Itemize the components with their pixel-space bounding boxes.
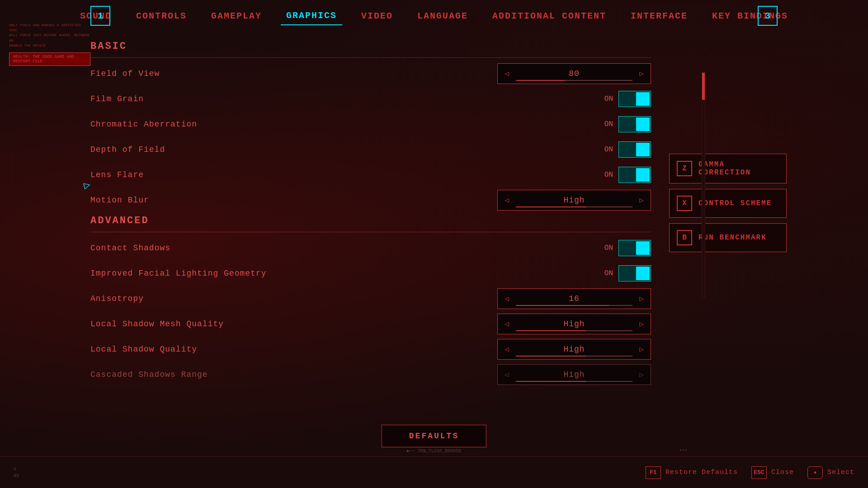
shadow-quality-label: Local Shadow Quality	[90, 345, 497, 354]
shadow-mesh-selector[interactable]: ◁ High ▷	[497, 314, 651, 334]
run-benchmark-button[interactable]: B RUN BENCHMARK	[669, 223, 787, 252]
anisotropy-arrow-right[interactable]: ▷	[632, 289, 651, 309]
shadow-mesh-fill	[516, 330, 586, 331]
cascaded-shadows-value: High	[516, 370, 632, 379]
cascaded-shadows-fill	[516, 381, 586, 382]
shadow-quality-arrow-left[interactable]: ◁	[498, 339, 516, 359]
control-scheme-label: CONTROL SCHEME	[698, 199, 772, 207]
film-grain-toggle[interactable]	[618, 91, 651, 107]
close-key: ESC	[751, 466, 767, 479]
chromatic-toggle[interactable]	[618, 116, 651, 132]
close-action[interactable]: ESC Close	[751, 466, 794, 479]
bottom-actions: F1 Restore Defaults ESC Close ● Select	[646, 466, 854, 479]
anisotropy-track	[516, 305, 632, 306]
cascaded-shadows-selector[interactable]: ◁ High ▷	[497, 364, 651, 385]
shadow-mesh-label: Local Shadow Mesh Quality	[90, 319, 497, 328]
shadow-quality-track	[516, 356, 632, 357]
fov-value: 80	[516, 69, 632, 78]
anisotropy-fill	[516, 305, 609, 306]
shadow-mesh-arrow-right[interactable]: ▷	[632, 314, 651, 334]
film-grain-toggle-container: ON	[599, 91, 651, 107]
restore-defaults-key: F1	[646, 466, 661, 479]
control-scheme-button[interactable]: X CONTROL SCHEME	[669, 189, 787, 218]
setting-row-motion-blur: Motion Blur ◁ High ▷	[90, 190, 651, 211]
nav-item-additional-content[interactable]: ADDITIONAL CONTENT	[487, 7, 612, 25]
setting-row-film-grain: Film Grain ON	[90, 89, 651, 109]
lens-flare-status: ON	[599, 171, 613, 179]
right-actions: Z GAMMA CORRECTION X CONTROL SCHEME B RU…	[669, 149, 787, 394]
setting-row-facial-lighting: Improved Facial Lighting Geometry ON	[90, 263, 651, 284]
lens-flare-toggle-container: ON	[599, 167, 651, 183]
cascaded-shadows-arrow-right[interactable]: ▷	[632, 365, 651, 385]
contact-shadows-toggle[interactable]	[618, 240, 651, 256]
setting-row-shadow-quality: Local Shadow Quality ◁ High ▷	[90, 339, 651, 360]
scroll-indicator[interactable]	[702, 72, 705, 298]
motion-blur-arrow-left[interactable]: ◁	[498, 190, 516, 210]
cascaded-shadows-arrow-left[interactable]: ◁	[498, 365, 516, 385]
shadow-quality-selector[interactable]: ◁ High ▷	[497, 339, 651, 360]
bottom-center-deco: ▶── TRN_TLCA5_B0805B	[407, 448, 461, 454]
restore-defaults-label: Restore Defaults	[665, 469, 738, 476]
setting-row-anisotropy: Anisotropy ◁ 16 ▷	[90, 288, 651, 309]
facial-lighting-label: Improved Facial Lighting Geometry	[90, 269, 599, 278]
film-grain-label: Film Grain	[90, 94, 599, 103]
control-scheme-key: X	[677, 196, 692, 211]
chromatic-label: Chromatic Aberration	[90, 120, 599, 129]
setting-row-contact-shadows: Contact Shadows ON	[90, 238, 651, 258]
shadow-quality-value: High	[516, 345, 632, 354]
cascaded-shadows-label: Cascaded Shadows Range	[90, 370, 497, 379]
select-action[interactable]: ● Select	[807, 466, 854, 479]
nav-item-graphics[interactable]: GRAPHICS	[281, 7, 342, 25]
motion-blur-value: High	[516, 196, 632, 205]
anisotropy-selector[interactable]: ◁ 16 ▷	[497, 288, 651, 309]
dof-toggle-container: ON	[599, 141, 651, 158]
shadow-mesh-value: High	[516, 319, 632, 328]
version-info: V 85	[14, 466, 19, 479]
select-key: ●	[807, 466, 823, 479]
defaults-button[interactable]: DEFAULTS	[382, 425, 486, 447]
motion-blur-arrow-right[interactable]: ▷	[632, 190, 651, 210]
anisotropy-arrow-left[interactable]: ◁	[498, 289, 516, 309]
shadow-mesh-arrow-left[interactable]: ◁	[498, 314, 516, 334]
lens-flare-toggle[interactable]	[618, 167, 651, 183]
facial-lighting-toggle-container: ON	[599, 265, 651, 282]
section-divider-advanced	[90, 232, 651, 232]
fov-label: Field of View	[90, 69, 497, 78]
film-grain-status: ON	[599, 95, 613, 103]
warning-bar: HEALTH: THE GOOD GAME AND RESTART FILE	[9, 52, 90, 66]
fov-arrow-right[interactable]: ▷	[632, 64, 651, 84]
motion-blur-label: Motion Blur	[90, 196, 497, 205]
gamma-correction-key: Z	[677, 161, 692, 176]
setting-row-shadow-mesh: Local Shadow Mesh Quality ◁ High ▷	[90, 314, 651, 334]
contact-shadows-status: ON	[599, 244, 613, 252]
nav-item-interface[interactable]: INTERFACE	[625, 7, 693, 25]
setting-row-cascaded-shadows: Cascaded Shadows Range ◁ High ▷	[90, 364, 651, 385]
restore-defaults-action[interactable]: F1 Restore Defaults	[646, 466, 738, 479]
dof-toggle[interactable]	[618, 141, 651, 158]
section-header-basic: Basic	[90, 41, 651, 52]
dof-label: Depth of Field	[90, 145, 599, 154]
contact-shadows-label: Contact Shadows	[90, 244, 599, 253]
setting-row-dof: Depth of Field ON	[90, 139, 651, 160]
nav-item-video[interactable]: VIDEO	[356, 7, 398, 25]
nav-item-language[interactable]: LANGUAGE	[412, 7, 473, 25]
chromatic-status: ON	[599, 120, 613, 128]
fov-fill	[516, 80, 565, 81]
run-benchmark-key: B	[677, 230, 692, 245]
fov-slider[interactable]: ◁ 80 ▷	[497, 63, 651, 84]
facial-lighting-toggle[interactable]	[618, 265, 651, 282]
setting-row-chromatic: Chromatic Aberration ON	[90, 114, 651, 135]
nav-item-controls[interactable]: CONTROLS	[131, 7, 192, 25]
motion-blur-fill	[516, 206, 586, 207]
nav-item-gameplay[interactable]: GAMEPLAY	[206, 7, 267, 25]
nav-item-key-bindings[interactable]: KEY BINDINGS	[707, 7, 793, 25]
shadow-quality-arrow-right[interactable]: ▷	[632, 339, 651, 359]
gamma-correction-label: GAMMA CORRECTION	[698, 160, 779, 177]
gamma-correction-button[interactable]: Z GAMMA CORRECTION	[669, 154, 787, 183]
chromatic-toggle-container: ON	[599, 116, 651, 132]
motion-blur-selector[interactable]: ◁ High ▷	[497, 190, 651, 211]
fov-arrow-left[interactable]: ◁	[498, 64, 516, 84]
dof-status: ON	[599, 145, 613, 154]
left-decoration: ONLY FOOLS AND KNAVES A CERTIFIED SOUL W…	[9, 23, 90, 66]
shadow-quality-fill	[516, 356, 586, 357]
